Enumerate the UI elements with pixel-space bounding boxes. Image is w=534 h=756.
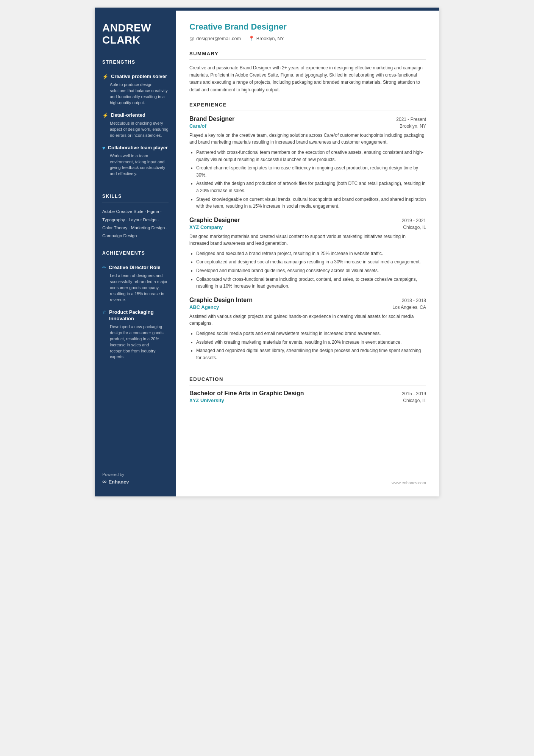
experience-title: EXPERIENCE <box>189 102 426 108</box>
exp-header-3: Graphic Design Intern 2018 - 2018 <box>189 297 426 304</box>
exp-role-1: Brand Designer <box>189 116 234 122</box>
exp-sub-2: XYZ Company Chicago, IL <box>189 224 426 230</box>
education-divider <box>189 385 426 385</box>
achievement-item-1: ✏ Creative Director Role Led a team of d… <box>102 265 169 303</box>
exp-company-3: ABC Agency <box>189 304 219 310</box>
exp-bullet-2-2: Conceptualized and designed social media… <box>196 258 426 266</box>
top-accent-bar <box>95 8 439 11</box>
skills-title: SKILLS <box>102 194 169 199</box>
strengths-section: STRENGTHS ⚡ Creative problem solver Able… <box>102 59 169 183</box>
exp-location-1: Brooklyn, NY <box>400 124 426 129</box>
skills-list: Adobe Creative Suite · Figma · Typograph… <box>102 208 169 240</box>
summary-title: SUMMARY <box>189 51 426 56</box>
exp-dates-2: 2019 - 2021 <box>402 218 426 223</box>
summary-section: SUMMARY Creative and passionate Brand De… <box>189 51 426 94</box>
strength-title-1: Creative problem solver <box>111 74 167 80</box>
star-icon: ☆ <box>102 310 106 315</box>
email-value: designer@email.com <box>196 36 241 41</box>
strength-title-2: Detail-oriented <box>111 112 145 119</box>
strength-header-3: ♥ Collaborative team player <box>102 145 169 151</box>
powered-by-label: Powered by <box>102 472 169 477</box>
edu-dates-1: 2015 - 2019 <box>402 391 426 396</box>
strength-item-3: ♥ Collaborative team player Works well i… <box>102 145 169 177</box>
experience-section: EXPERIENCE Brand Designer 2021 - Present… <box>189 102 426 368</box>
strength-title-3: Collaborative team player <box>108 145 168 151</box>
enhancv-logo: ∞ Enhancv <box>102 478 169 485</box>
exp-bullet-2-4: Collaborated with cross-functional teams… <box>196 276 426 290</box>
skills-line-3: Color Theory · Marketing Design · <box>102 224 169 232</box>
strength-header-2: ⚡ Detail-oriented <box>102 112 169 119</box>
candidate-name: ANDREWCLARK <box>102 22 169 46</box>
achievement-desc-1: Led a team of designers and successfully… <box>102 273 169 303</box>
exp-sub-3: ABC Agency Los Angeles, CA <box>189 304 426 310</box>
pencil-icon: ✏ <box>102 265 106 270</box>
exp-bullet-1-1: Partnered with cross-functional team mem… <box>196 149 426 163</box>
sidebar-footer: Powered by ∞ Enhancv <box>102 465 169 485</box>
edu-school-1: XYZ University <box>189 398 224 403</box>
location-icon: 📍 <box>248 36 255 41</box>
location-contact: 📍 Brooklyn, NY <box>248 36 284 41</box>
summary-text: Creative and passionate Brand Designer w… <box>189 64 426 94</box>
contact-line: @ designer@email.com 📍 Brooklyn, NY <box>189 36 426 41</box>
exp-sub-1: Care/of Brooklyn, NY <box>189 123 426 129</box>
skills-section: SKILLS Adobe Creative Suite · Figma · Ty… <box>102 194 169 240</box>
education-section: EDUCATION Bachelor of Fine Arts in Graph… <box>189 376 426 403</box>
edu-location-1: Chicago, IL <box>403 398 426 403</box>
exp-bullets-2: Designed and executed a brand refresh pr… <box>189 250 426 290</box>
exp-item-3: Graphic Design Intern 2018 - 2018 ABC Ag… <box>189 297 426 362</box>
heart-icon: ♥ <box>102 145 105 151</box>
main-content: Creative Brand Designer @ designer@email… <box>176 11 439 496</box>
strength-item-2: ⚡ Detail-oriented Meticulous in checking… <box>102 112 169 139</box>
main-footer: www.enhancv.com <box>189 475 426 485</box>
edu-header-1: Bachelor of Fine Arts in Graphic Design … <box>189 390 426 397</box>
sidebar: ANDREWCLARK STRENGTHS ⚡ Creative problem… <box>95 11 176 496</box>
strength-desc-3: Works well in a team environment, taking… <box>102 153 169 177</box>
education-title: EDUCATION <box>189 376 426 382</box>
summary-divider <box>189 59 426 60</box>
exp-company-1: Care/of <box>189 123 206 129</box>
lightning-icon-2: ⚡ <box>102 113 108 118</box>
strengths-divider <box>102 68 169 68</box>
edu-degree-1: Bachelor of Fine Arts in Graphic Design <box>189 390 304 397</box>
achievements-title: ACHIEVEMENTS <box>102 250 169 256</box>
email-icon: @ <box>189 36 194 41</box>
achievements-divider <box>102 259 169 259</box>
job-title: Creative Brand Designer <box>189 22 426 32</box>
enhancv-brand-name: Enhancv <box>108 479 129 485</box>
location-value: Brooklyn, NY <box>256 36 284 41</box>
website-url: www.enhancv.com <box>392 481 426 485</box>
exp-desc-3: Assisted with various design projects an… <box>189 313 426 327</box>
strength-desc-2: Meticulous in checking every aspect of d… <box>102 121 169 139</box>
exp-bullets-3: Designed social media posts and email ne… <box>189 330 426 361</box>
exp-bullets-1: Partnered with cross-functional team mem… <box>189 149 426 210</box>
exp-desc-1: Played a key role on the creative team, … <box>189 132 426 146</box>
edu-sub-1: XYZ University Chicago, IL <box>189 398 426 403</box>
strength-item-1: ⚡ Creative problem solver Able to produc… <box>102 74 169 106</box>
strength-desc-1: Able to produce design solutions that ba… <box>102 82 169 106</box>
skills-line-4: Campaign Design <box>102 232 169 240</box>
achievements-section: ACHIEVEMENTS ✏ Creative Director Role Le… <box>102 250 169 366</box>
exp-dates-1: 2021 - Present <box>396 117 426 122</box>
skills-line-2: Typography · Layout Design · <box>102 216 169 224</box>
exp-role-2: Graphic Designer <box>189 217 240 224</box>
main-header: Creative Brand Designer @ designer@email… <box>189 22 426 41</box>
exp-header-1: Brand Designer 2021 - Present <box>189 116 426 122</box>
email-contact: @ designer@email.com <box>189 36 241 41</box>
achievement-title-2: Product Packaging Innovation <box>109 309 169 322</box>
exp-dates-3: 2018 - 2018 <box>402 298 426 303</box>
strength-header-1: ⚡ Creative problem solver <box>102 74 169 80</box>
exp-bullet-3-3: Managed and organized digital asset libr… <box>196 347 426 361</box>
exp-bullet-1-2: Created channel-specific templates to in… <box>196 164 426 178</box>
strengths-title: STRENGTHS <box>102 59 169 65</box>
achievement-title-1: Creative Director Role <box>109 265 161 271</box>
resume-container: ANDREWCLARK STRENGTHS ⚡ Creative problem… <box>95 8 439 496</box>
exp-location-2: Chicago, IL <box>403 225 426 230</box>
exp-bullet-2-1: Designed and executed a brand refresh pr… <box>196 250 426 257</box>
exp-desc-2: Designed marketing materials and created… <box>189 233 426 247</box>
enhancv-icon: ∞ <box>102 478 106 485</box>
exp-bullet-3-1: Designed social media posts and email ne… <box>196 330 426 337</box>
achievement-header-2: ☆ Product Packaging Innovation <box>102 309 169 322</box>
exp-bullet-1-3: Assisted with the design and production … <box>196 180 426 194</box>
exp-location-3: Los Angeles, CA <box>392 305 426 310</box>
achievement-desc-2: Developed a new packaging design for a c… <box>102 324 169 360</box>
